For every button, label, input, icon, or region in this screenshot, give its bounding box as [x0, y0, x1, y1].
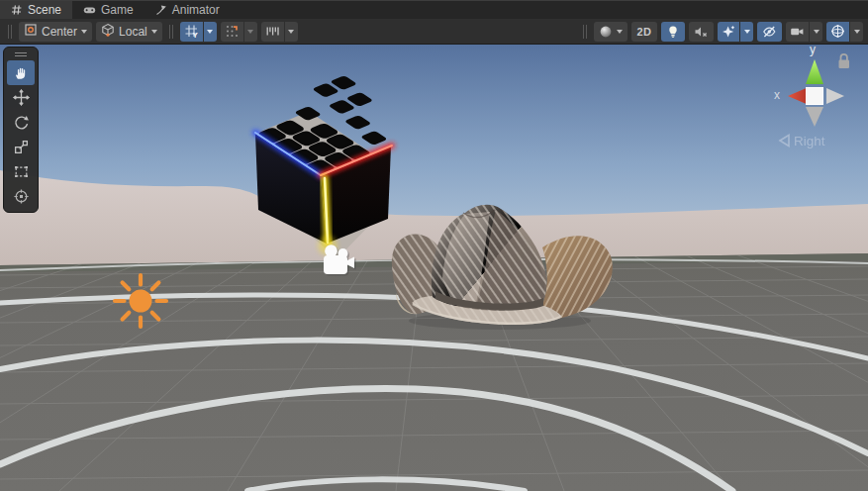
shaded-sphere-icon	[599, 25, 613, 39]
snap-settings-button[interactable]	[221, 22, 243, 42]
tool-transform[interactable]	[7, 184, 35, 209]
pivot-center-icon	[24, 23, 38, 40]
rotate-tool-icon	[13, 114, 30, 131]
axis-y-label: y	[810, 45, 816, 56]
view-label: Right	[794, 134, 825, 148]
axis-x-label: x	[774, 88, 780, 102]
chevron-down-icon	[207, 30, 213, 34]
chevron-down-icon	[854, 30, 860, 34]
snap-settings-dropdown[interactable]	[244, 22, 257, 42]
effects-split-button	[718, 22, 753, 42]
tab-label: Scene	[28, 3, 61, 17]
camera-overlay-dropdown[interactable]	[810, 22, 822, 42]
move-tool-icon	[13, 89, 30, 106]
chevron-down-icon	[617, 30, 623, 34]
chevron-down-icon	[151, 30, 157, 34]
video-camera-icon	[790, 25, 805, 39]
orientation-mode-button[interactable]: Local	[96, 22, 162, 42]
audio-muted-icon	[694, 25, 709, 39]
hand-tool-icon	[13, 64, 30, 81]
local-axis-cube-icon	[101, 23, 115, 40]
camera-overlay-split-button	[786, 22, 822, 42]
tab-bar: Scene Game Animator	[0, 0, 868, 19]
grid-axis-label: Y	[192, 31, 198, 39]
gizmos-dropdown[interactable]	[850, 22, 863, 42]
toolbar-drag-handle[interactable]	[8, 25, 12, 39]
gizmos-button[interactable]	[826, 22, 849, 42]
audio-toggle-button[interactable]	[689, 22, 714, 42]
grid-visibility-button[interactable]: Y	[180, 22, 203, 42]
grid-visibility-dropdown[interactable]	[204, 22, 217, 42]
toolbar-separator	[169, 25, 173, 39]
scene-render: y x Right	[0, 45, 868, 491]
palette-drag-handle[interactable]	[4, 49, 38, 60]
directional-light-gizmo[interactable]	[115, 275, 166, 327]
gizmo-center-cube[interactable]	[807, 88, 823, 105]
light-bulb-icon	[666, 25, 680, 39]
effects-dropdown[interactable]	[740, 22, 753, 42]
snap-increment-button[interactable]	[261, 22, 284, 42]
effects-button[interactable]	[718, 22, 739, 42]
unity-editor-window: Scene Game Animator Center	[0, 0, 868, 491]
tool-rotate[interactable]	[7, 110, 35, 135]
grid-visibility-split-button: Y	[180, 22, 217, 42]
eye-slash-icon	[762, 25, 777, 39]
chevron-down-icon	[744, 30, 750, 34]
grid-hash-icon	[11, 4, 23, 16]
scene-toolbar: Center Local Y	[0, 19, 868, 45]
snap-settings-icon	[225, 24, 240, 39]
rect-tool-icon	[13, 163, 30, 180]
toolbar-separator	[583, 25, 587, 39]
pivot-mode-button[interactable]: Center	[19, 22, 92, 42]
animator-arrow-icon	[155, 4, 167, 16]
tool-scale[interactable]	[7, 135, 35, 159]
grid-visibility-icon: Y	[184, 24, 199, 39]
scale-tool-icon	[13, 139, 30, 155]
tool-move[interactable]	[7, 85, 35, 110]
camera-overlay-button[interactable]	[786, 22, 809, 42]
chevron-down-icon	[814, 30, 820, 34]
chevron-down-icon	[247, 30, 253, 34]
chevron-down-icon	[81, 30, 87, 34]
gizmos-split-button	[826, 22, 863, 42]
tab-label: Game	[101, 3, 134, 17]
tool-palette	[3, 47, 39, 213]
snap-increment-icon	[265, 24, 280, 39]
tab-label: Animator	[172, 3, 220, 17]
transform-tool-icon	[13, 188, 30, 205]
orientation-mode-label: Local	[119, 25, 147, 39]
gizmos-sphere-icon	[830, 24, 845, 39]
tool-view-hand[interactable]	[7, 60, 35, 85]
tab-game[interactable]: Game	[72, 1, 145, 19]
tab-animator[interactable]: Animator	[145, 1, 231, 19]
tab-scene[interactable]: Scene	[0, 1, 72, 19]
2d-mode-button[interactable]: 2D	[631, 22, 657, 42]
shading-mode-button[interactable]	[594, 22, 627, 42]
chevron-down-icon	[288, 30, 294, 34]
tool-rect[interactable]	[7, 159, 35, 184]
pivot-mode-label: Center	[42, 25, 77, 39]
snap-increment-split-button	[261, 22, 298, 42]
snap-settings-split-button	[221, 22, 257, 42]
scene-lighting-button[interactable]	[661, 22, 685, 42]
gamepad-icon	[83, 4, 96, 16]
scene-visibility-button[interactable]	[757, 22, 782, 42]
effects-star-icon	[722, 25, 735, 39]
snap-increment-dropdown[interactable]	[285, 22, 298, 42]
scene-viewport[interactable]: y x Right	[0, 45, 868, 491]
